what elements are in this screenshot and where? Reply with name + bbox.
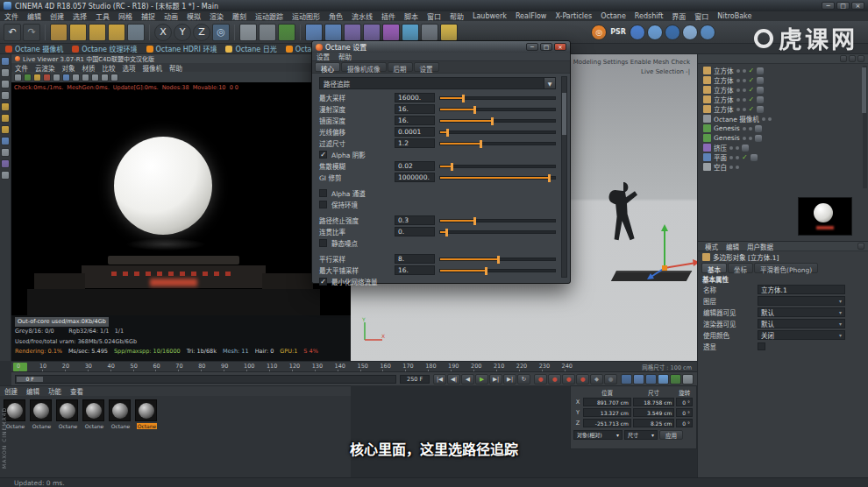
- attribute-dropdown[interactable]: 关闭▾: [758, 330, 845, 340]
- coordinate-field[interactable]: 0 °: [676, 398, 693, 406]
- axis-z-button[interactable]: Z: [193, 24, 210, 41]
- menubar-item[interactable]: 界面: [667, 11, 690, 21]
- model-mode-icon[interactable]: [1, 68, 10, 77]
- texture-mode-icon[interactable]: [1, 80, 10, 88]
- menubar-item[interactable]: 工具: [91, 11, 114, 21]
- record-position-button[interactable]: ●: [548, 374, 561, 385]
- white-balance-picker-icon[interactable]: [91, 74, 99, 81]
- timeline-ruler[interactable]: 0102030405060708090100110120130140150160…: [11, 361, 574, 371]
- pause-render-icon[interactable]: [33, 74, 41, 81]
- enabled-check-icon[interactable]: ✓: [749, 67, 755, 74]
- live-viewer-menu-item[interactable]: 对象: [59, 63, 79, 73]
- material-thumbnail[interactable]: Octane: [30, 399, 53, 430]
- playback-mode-button[interactable]: [621, 374, 632, 385]
- menubar-item[interactable]: 帮助: [445, 11, 468, 21]
- phong-tag-icon[interactable]: [755, 125, 762, 132]
- menubar-item[interactable]: 运动图形: [288, 11, 324, 21]
- setting-value-field[interactable]: 16.: [395, 265, 435, 275]
- attribute-tab-1[interactable]: 基本: [701, 263, 727, 273]
- setting-value-field[interactable]: 0.0001: [395, 127, 435, 137]
- phong-tag-icon[interactable]: [742, 145, 749, 152]
- edges-mode-icon[interactable]: [1, 114, 10, 123]
- setting-slider[interactable]: [439, 176, 556, 180]
- live-viewer-menu-item[interactable]: 帮助: [166, 63, 186, 73]
- slider-handle[interactable]: [473, 217, 476, 225]
- dialog-tab-1[interactable]: 核心: [315, 62, 340, 72]
- object-row[interactable]: 平面✓: [698, 152, 868, 162]
- menubar-item[interactable]: 雕刻: [228, 11, 251, 21]
- phong-tag-icon[interactable]: [751, 154, 758, 161]
- goto-start-button[interactable]: |◀: [433, 374, 446, 385]
- light-tool-icon[interactable]: [440, 24, 458, 41]
- filter-icon[interactable]: [849, 55, 856, 62]
- material-menu-item[interactable]: 查看: [66, 386, 88, 396]
- plugin-sphere-icon-5[interactable]: [700, 25, 715, 40]
- setting-value-field[interactable]: 0.: [395, 227, 435, 236]
- live-selection-icon[interactable]: [50, 24, 68, 41]
- render-visibility-dot[interactable]: [736, 166, 739, 169]
- live-viewer-menu-item[interactable]: 摄像机: [139, 63, 167, 73]
- attribute-tab-2[interactable]: 坐标: [728, 263, 753, 273]
- menubar-item[interactable]: 文件: [0, 11, 23, 21]
- object-row[interactable]: 空白: [698, 162, 868, 172]
- phong-tag-icon[interactable]: [755, 135, 762, 142]
- phong-tag-icon[interactable]: [757, 96, 764, 103]
- spline-pen-icon[interactable]: [324, 24, 342, 41]
- record-scale-button[interactable]: ●: [562, 374, 575, 385]
- axis-y-button[interactable]: Y: [174, 24, 191, 41]
- render-canvas[interactable]: Check:0ms./1ms. MeshGen:0ms. Update[G]:0…: [11, 82, 351, 315]
- phong-tag-icon[interactable]: [757, 106, 764, 113]
- render-visibility-dot[interactable]: [749, 137, 752, 140]
- menubar-item[interactable]: 窗口: [423, 11, 445, 21]
- search-icon[interactable]: [840, 55, 847, 62]
- live-viewer-menu-item[interactable]: 云渲染: [32, 63, 59, 73]
- polygons-mode-icon[interactable]: [1, 125, 10, 134]
- axis-gizmo[interactable]: [645, 222, 697, 280]
- workplane-lock-icon[interactable]: [1, 171, 10, 180]
- last-tool-icon[interactable]: [127, 24, 145, 41]
- setting-slider[interactable]: [439, 258, 556, 261]
- menubar-item[interactable]: RealFlow: [511, 12, 551, 20]
- setting-value-field[interactable]: 16.: [395, 104, 435, 114]
- loop-button[interactable]: ↻: [517, 374, 530, 385]
- primitive-cube-icon[interactable]: [305, 24, 323, 41]
- render-visibility-dot[interactable]: [749, 127, 752, 131]
- editor-visibility-dot[interactable]: [736, 98, 740, 102]
- enabled-check-icon[interactable]: ✓: [749, 77, 755, 84]
- dialog-close-button[interactable]: ×: [554, 43, 566, 51]
- marker-toggle-button[interactable]: [670, 374, 681, 385]
- live-viewer-menu-item[interactable]: 文件: [11, 63, 32, 73]
- record-rotation-button[interactable]: ●: [576, 374, 589, 385]
- setting-value-field[interactable]: 16.: [395, 116, 435, 125]
- coordinate-field[interactable]: 0 °: [676, 419, 693, 427]
- live-viewer-menu-item[interactable]: 比较: [99, 63, 119, 73]
- editor-visibility-dot[interactable]: [736, 79, 740, 82]
- next-frame-button[interactable]: ▶|: [489, 374, 502, 385]
- object-row[interactable]: 立方体✓: [698, 75, 868, 85]
- editor-visibility-dot[interactable]: [743, 137, 746, 140]
- render-view-icon[interactable]: [239, 24, 257, 41]
- dialog-tab-2[interactable]: 摄像机成像: [341, 62, 387, 72]
- setting-slider[interactable]: [439, 230, 556, 234]
- octane-toolbar-button[interactable]: Octane 日光: [225, 44, 276, 53]
- plugin-sphere-icon-3[interactable]: [665, 25, 680, 40]
- menubar-item[interactable]: 角色: [324, 11, 347, 21]
- editor-visibility-dot[interactable]: [743, 127, 746, 131]
- attribute-dropdown[interactable]: ▾: [758, 296, 845, 306]
- undo-icon[interactable]: ↶: [4, 24, 21, 41]
- dialog-menu-item[interactable]: 设置: [312, 52, 334, 61]
- attribute-menu-item[interactable]: 模式: [701, 242, 722, 251]
- phong-tag-icon[interactable]: [757, 67, 764, 74]
- power-slider[interactable]: 0 F: [15, 375, 396, 384]
- viewport-solo-icon[interactable]: [1, 148, 10, 157]
- plugin-sphere-icon-2[interactable]: [647, 25, 663, 40]
- menubar-item[interactable]: 网格: [114, 11, 137, 21]
- hud-toggle-button[interactable]: [682, 374, 694, 385]
- region-render-icon[interactable]: [62, 74, 70, 81]
- editor-visibility-dot[interactable]: [729, 156, 733, 159]
- attribute-section-header[interactable]: 基本属性: [698, 274, 868, 284]
- octane-toolbar-button[interactable]: Octane HDRI 环境: [146, 44, 217, 53]
- kernel-type-dropdown[interactable]: 路径追踪 ▼: [319, 77, 556, 89]
- render-visibility-dot[interactable]: [743, 69, 746, 73]
- menubar-item[interactable]: 选择: [68, 11, 91, 21]
